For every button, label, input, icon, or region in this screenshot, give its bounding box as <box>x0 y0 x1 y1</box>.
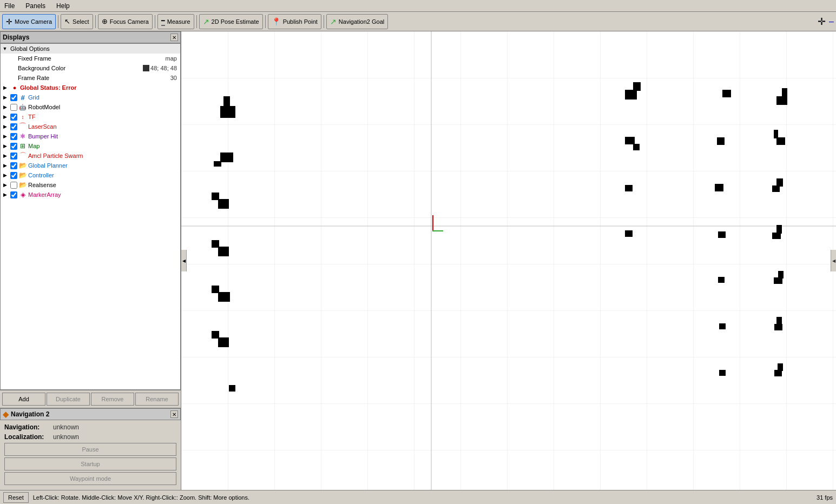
remove-button[interactable]: Remove <box>91 393 134 406</box>
background-color-value: 48; 48; 48 <box>150 65 177 71</box>
obstacle-38 <box>719 370 726 376</box>
rename-button[interactable]: Rename <box>135 393 179 406</box>
bumper-hit-checkbox[interactable] <box>10 133 17 140</box>
obstacle-13 <box>776 137 785 145</box>
tf-checkbox[interactable] <box>10 114 17 121</box>
pause-button[interactable]: Pause <box>4 443 176 456</box>
left-collapse-handle[interactable]: ◀ <box>181 250 187 271</box>
nav-panel-label: Navigation 2 <box>11 410 49 418</box>
global-options-row[interactable]: ▼ Global Options <box>1 44 180 54</box>
obstacle-22 <box>212 240 219 248</box>
obstacle-9 <box>214 161 221 167</box>
bumper-hit-icon: ✱ <box>18 132 27 141</box>
global-options-label: Global Options <box>10 45 179 52</box>
background-color-row[interactable]: Background Color 48; 48; 48 <box>1 63 180 73</box>
duplicate-button[interactable]: Duplicate <box>47 393 90 406</box>
controller-icon: 📂 <box>18 171 27 180</box>
global-planner-label: Global Planner <box>28 162 179 169</box>
grid-arrow[interactable]: ▶ <box>2 94 8 101</box>
minus-icon[interactable]: – <box>829 17 834 26</box>
obstacle-6 <box>776 96 787 105</box>
statusbar: Reset Left-Click: Rotate. Middle-Click: … <box>0 490 836 504</box>
startup-button[interactable]: Startup <box>4 457 176 470</box>
nav2-goal-button[interactable]: ↗ Navigation2 Goal <box>326 14 388 29</box>
nav-panel-content: Navigation: unknown Localization: unknow… <box>0 420 181 490</box>
grid-row[interactable]: ▶ # Grid <box>1 92 180 102</box>
bumper-hit-row[interactable]: ▶ ✱ Bumper Hit <box>1 131 180 141</box>
select-button[interactable]: ↖ Select <box>61 14 93 29</box>
nav-panel-icon: ◆ <box>3 410 9 419</box>
focus-camera-button[interactable]: ⊕ Focus Camera <box>98 14 153 29</box>
controller-checkbox[interactable] <box>10 172 17 179</box>
pose-estimate-button[interactable]: ↗ 2D Pose Estimate <box>199 14 263 29</box>
amcl-checkbox[interactable] <box>10 152 17 160</box>
move-camera-label: Move Camera <box>15 18 52 25</box>
background-color-label: Background Color <box>18 65 143 71</box>
fixed-frame-row[interactable]: Fixed Frame map <box>1 54 180 63</box>
move-camera-button[interactable]: ✛ Move Camera <box>2 14 56 29</box>
markerarray-arrow[interactable]: ▶ <box>2 191 8 198</box>
obstacle-14 <box>774 130 778 138</box>
background-color-swatch[interactable] <box>143 65 149 71</box>
obstacle-37 <box>229 385 235 392</box>
map-row[interactable]: ▶ ⊞ Map <box>1 141 180 151</box>
map-collapse-handle[interactable]: ◀ <box>831 250 836 271</box>
tf-arrow[interactable]: ▶ <box>2 114 8 120</box>
pose-estimate-label: 2D Pose Estimate <box>212 18 259 25</box>
robot-model-arrow[interactable]: ▶ <box>2 104 8 110</box>
global-status-row[interactable]: ▶ ● Global Status: Error <box>1 83 180 92</box>
toolbar-separator-6 <box>324 15 324 28</box>
laserscan-row[interactable]: ▶ ⌒ LaserScan <box>1 122 180 131</box>
grid-icon: # <box>18 93 27 102</box>
markerarray-checkbox[interactable] <box>10 191 17 198</box>
publish-point-button[interactable]: 📍 Publish Point <box>268 14 321 29</box>
nav2-goal-icon: ↗ <box>330 17 337 26</box>
bumper-hit-label: Bumper Hit <box>28 133 179 140</box>
amcl-icon: ⌒ <box>18 151 27 160</box>
markerarray-row[interactable]: ▶ ◈ MarkerArray <box>1 190 180 200</box>
map-icon: ⊞ <box>18 142 27 150</box>
nav-panel-close[interactable]: ✕ <box>170 410 178 418</box>
robot-model-row[interactable]: ▶ 🤖 RobotModel <box>1 102 180 112</box>
obstacle-4 <box>633 82 641 91</box>
menu-panels[interactable]: Panels <box>23 1 48 11</box>
waypoint-mode-button[interactable]: Waypoint mode <box>4 472 176 485</box>
realsense-checkbox[interactable] <box>10 182 17 189</box>
focus-camera-label: Focus Camera <box>110 18 149 25</box>
bumper-hit-arrow[interactable]: ▶ <box>2 133 8 140</box>
global-planner-checkbox[interactable] <box>10 162 17 169</box>
realsense-icon: 📂 <box>18 181 27 189</box>
global-status-arrow[interactable]: ▶ <box>2 84 8 91</box>
map-arrow[interactable]: ▶ <box>2 143 8 149</box>
realsense-row[interactable]: ▶ 📂 Realsense <box>1 180 180 190</box>
menu-file[interactable]: File <box>2 1 17 11</box>
menu-help[interactable]: Help <box>54 1 72 11</box>
reset-button[interactable]: Reset <box>3 492 29 503</box>
map-area[interactable]: ◀ ◀ <box>181 31 836 490</box>
global-planner-arrow[interactable]: ▶ <box>2 162 8 169</box>
robot-model-checkbox[interactable] <box>10 104 17 111</box>
laserscan-icon: ⌒ <box>18 122 27 131</box>
amcl-arrow[interactable]: ▶ <box>2 152 8 159</box>
publish-point-icon: 📍 <box>272 17 281 26</box>
frame-rate-row[interactable]: Frame Rate 30 <box>1 73 180 83</box>
grid-checkbox[interactable] <box>10 94 17 101</box>
add-button[interactable]: Add <box>2 393 45 406</box>
laserscan-checkbox[interactable] <box>10 123 17 130</box>
fixed-frame-label: Fixed Frame <box>18 55 166 62</box>
obstacle-1 <box>220 106 235 118</box>
measure-button[interactable]: ━ Measure <box>157 14 194 29</box>
amcl-row[interactable]: ▶ ⌒ Amcl Particle Swarm <box>1 151 180 161</box>
realsense-arrow[interactable]: ▶ <box>2 182 8 188</box>
displays-panel-close[interactable]: ✕ <box>170 34 178 41</box>
tf-row[interactable]: ▶ ↕ TF <box>1 112 180 122</box>
global-planner-row[interactable]: ▶ 📂 Global Planner <box>1 161 180 170</box>
navigation-label: Navigation: <box>4 423 53 431</box>
map-checkbox[interactable] <box>10 143 17 150</box>
laserscan-arrow[interactable]: ▶ <box>2 123 8 130</box>
grid-label: Grid <box>28 94 179 101</box>
controller-arrow[interactable]: ▶ <box>2 172 8 178</box>
global-options-arrow[interactable]: ▼ <box>2 45 8 52</box>
obstacle-23 <box>625 230 633 237</box>
controller-row[interactable]: ▶ 📂 Controller <box>1 170 180 180</box>
